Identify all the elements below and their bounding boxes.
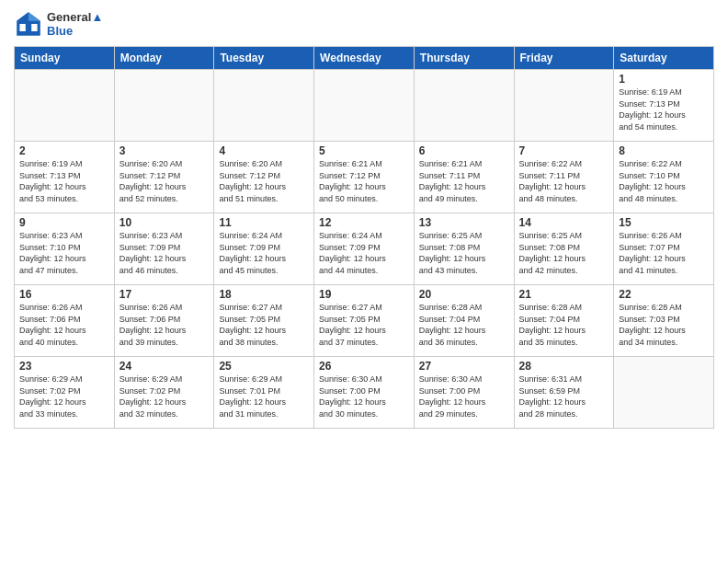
calendar-day-cell: 16Sunrise: 6:26 AM Sunset: 7:06 PM Dayli… (15, 285, 115, 357)
day-number: 21 (519, 288, 609, 301)
calendar-week-row: 16Sunrise: 6:26 AM Sunset: 7:06 PM Dayli… (15, 285, 714, 357)
calendar-day-cell: 3Sunrise: 6:20 AM Sunset: 7:12 PM Daylig… (114, 142, 214, 213)
day-number: 24 (119, 360, 210, 373)
day-number: 3 (119, 144, 210, 157)
day-info: Sunrise: 6:28 AM Sunset: 7:04 PM Dayligh… (519, 302, 609, 348)
calendar-day-cell: 5Sunrise: 6:21 AM Sunset: 7:12 PM Daylig… (314, 142, 415, 213)
day-info: Sunrise: 6:27 AM Sunset: 7:05 PM Dayligh… (319, 302, 409, 348)
day-info: Sunrise: 6:19 AM Sunset: 7:13 PM Dayligh… (19, 158, 109, 204)
svg-rect-3 (19, 24, 25, 31)
day-info: Sunrise: 6:25 AM Sunset: 7:08 PM Dayligh… (419, 230, 509, 276)
calendar-day-cell: 27Sunrise: 6:30 AM Sunset: 7:00 PM Dayli… (414, 357, 514, 429)
calendar-week-row: 1Sunrise: 6:19 AM Sunset: 7:13 PM Daylig… (15, 70, 714, 142)
day-info: Sunrise: 6:19 AM Sunset: 7:13 PM Dayligh… (619, 86, 709, 132)
calendar-day-cell: 13Sunrise: 6:25 AM Sunset: 7:08 PM Dayli… (414, 213, 514, 285)
day-number: 26 (319, 360, 409, 373)
svg-marker-1 (28, 12, 40, 21)
calendar-header-row: SundayMondayTuesdayWednesdayThursdayFrid… (15, 47, 714, 70)
day-info: Sunrise: 6:28 AM Sunset: 7:03 PM Dayligh… (619, 302, 709, 348)
header: General▲ Blue (14, 9, 714, 39)
day-info: Sunrise: 6:24 AM Sunset: 7:09 PM Dayligh… (219, 230, 309, 276)
day-info: Sunrise: 6:26 AM Sunset: 7:07 PM Dayligh… (619, 230, 709, 276)
day-number: 1 (619, 73, 709, 86)
calendar-week-row: 9Sunrise: 6:23 AM Sunset: 7:10 PM Daylig… (15, 213, 714, 285)
day-info: Sunrise: 6:22 AM Sunset: 7:11 PM Dayligh… (519, 158, 609, 204)
day-info: Sunrise: 6:29 AM Sunset: 7:02 PM Dayligh… (19, 373, 109, 419)
day-info: Sunrise: 6:23 AM Sunset: 7:10 PM Dayligh… (19, 230, 109, 276)
day-number: 23 (19, 360, 109, 373)
weekday-header: Sunday (15, 47, 115, 70)
calendar-day-cell (514, 70, 614, 142)
day-info: Sunrise: 6:20 AM Sunset: 7:12 PM Dayligh… (119, 158, 210, 204)
weekday-header: Thursday (414, 47, 514, 70)
calendar-day-cell: 23Sunrise: 6:29 AM Sunset: 7:02 PM Dayli… (15, 357, 115, 429)
day-info: Sunrise: 6:21 AM Sunset: 7:11 PM Dayligh… (419, 158, 509, 204)
day-info: Sunrise: 6:23 AM Sunset: 7:09 PM Dayligh… (119, 230, 210, 276)
calendar-day-cell: 10Sunrise: 6:23 AM Sunset: 7:09 PM Dayli… (114, 213, 214, 285)
day-info: Sunrise: 6:25 AM Sunset: 7:08 PM Dayligh… (519, 230, 609, 276)
calendar-day-cell: 21Sunrise: 6:28 AM Sunset: 7:04 PM Dayli… (514, 285, 614, 357)
day-info: Sunrise: 6:20 AM Sunset: 7:12 PM Dayligh… (219, 158, 309, 204)
calendar-day-cell: 15Sunrise: 6:26 AM Sunset: 7:07 PM Dayli… (614, 213, 714, 285)
day-number: 12 (319, 216, 409, 229)
day-info: Sunrise: 6:26 AM Sunset: 7:06 PM Dayligh… (19, 302, 109, 348)
day-info: Sunrise: 6:26 AM Sunset: 7:06 PM Dayligh… (119, 302, 210, 348)
calendar-day-cell: 6Sunrise: 6:21 AM Sunset: 7:11 PM Daylig… (414, 142, 514, 213)
day-number: 6 (419, 144, 509, 157)
day-info: Sunrise: 6:21 AM Sunset: 7:12 PM Dayligh… (319, 158, 409, 204)
calendar-day-cell: 28Sunrise: 6:31 AM Sunset: 6:59 PM Dayli… (514, 357, 614, 429)
calendar-day-cell: 22Sunrise: 6:28 AM Sunset: 7:03 PM Dayli… (614, 285, 714, 357)
calendar-day-cell: 24Sunrise: 6:29 AM Sunset: 7:02 PM Dayli… (114, 357, 214, 429)
day-number: 8 (619, 144, 709, 157)
calendar-day-cell (15, 70, 115, 142)
calendar-week-row: 2Sunrise: 6:19 AM Sunset: 7:13 PM Daylig… (15, 142, 714, 213)
calendar-day-cell: 7Sunrise: 6:22 AM Sunset: 7:11 PM Daylig… (514, 142, 614, 213)
calendar-day-cell (114, 70, 214, 142)
calendar-day-cell (314, 70, 415, 142)
day-number: 4 (219, 144, 309, 157)
calendar-day-cell: 12Sunrise: 6:24 AM Sunset: 7:09 PM Dayli… (314, 213, 415, 285)
page: General▲ Blue SundayMondayTuesdayWednesd… (0, 0, 728, 563)
day-number: 17 (119, 288, 210, 301)
day-number: 27 (419, 360, 509, 373)
day-number: 16 (19, 288, 109, 301)
day-number: 5 (319, 144, 409, 157)
day-info: Sunrise: 6:24 AM Sunset: 7:09 PM Dayligh… (319, 230, 409, 276)
day-number: 25 (219, 360, 309, 373)
day-number: 7 (519, 144, 609, 157)
calendar-day-cell (214, 70, 314, 142)
day-number: 9 (19, 216, 109, 229)
day-info: Sunrise: 6:29 AM Sunset: 7:02 PM Dayligh… (119, 373, 210, 419)
logo: General▲ Blue (14, 9, 103, 39)
calendar-day-cell: 11Sunrise: 6:24 AM Sunset: 7:09 PM Dayli… (214, 213, 314, 285)
weekday-header: Wednesday (314, 47, 415, 70)
calendar-day-cell: 1Sunrise: 6:19 AM Sunset: 7:13 PM Daylig… (614, 70, 714, 142)
calendar-day-cell: 4Sunrise: 6:20 AM Sunset: 7:12 PM Daylig… (214, 142, 314, 213)
day-number: 15 (619, 216, 709, 229)
calendar-body: 1Sunrise: 6:19 AM Sunset: 7:13 PM Daylig… (15, 70, 714, 429)
weekday-header: Tuesday (214, 47, 314, 70)
calendar-day-cell: 14Sunrise: 6:25 AM Sunset: 7:08 PM Dayli… (514, 213, 614, 285)
calendar-day-cell: 8Sunrise: 6:22 AM Sunset: 7:10 PM Daylig… (614, 142, 714, 213)
calendar-day-cell (614, 357, 714, 429)
weekday-header: Saturday (614, 47, 714, 70)
logo-icon (14, 9, 43, 39)
day-number: 10 (119, 216, 210, 229)
weekday-header: Monday (114, 47, 214, 70)
day-info: Sunrise: 6:28 AM Sunset: 7:04 PM Dayligh… (419, 302, 509, 348)
calendar-day-cell: 25Sunrise: 6:29 AM Sunset: 7:01 PM Dayli… (214, 357, 314, 429)
day-number: 14 (519, 216, 609, 229)
calendar-day-cell: 9Sunrise: 6:23 AM Sunset: 7:10 PM Daylig… (15, 213, 115, 285)
day-info: Sunrise: 6:29 AM Sunset: 7:01 PM Dayligh… (219, 373, 309, 419)
day-number: 28 (519, 360, 609, 373)
day-number: 11 (219, 216, 309, 229)
svg-rect-4 (31, 24, 37, 31)
day-number: 18 (219, 288, 309, 301)
calendar-day-cell: 20Sunrise: 6:28 AM Sunset: 7:04 PM Dayli… (414, 285, 514, 357)
day-number: 2 (19, 144, 109, 157)
calendar-day-cell: 17Sunrise: 6:26 AM Sunset: 7:06 PM Dayli… (114, 285, 214, 357)
day-info: Sunrise: 6:30 AM Sunset: 7:00 PM Dayligh… (319, 373, 409, 419)
day-info: Sunrise: 6:31 AM Sunset: 6:59 PM Dayligh… (519, 373, 609, 419)
day-number: 19 (319, 288, 409, 301)
day-number: 13 (419, 216, 509, 229)
